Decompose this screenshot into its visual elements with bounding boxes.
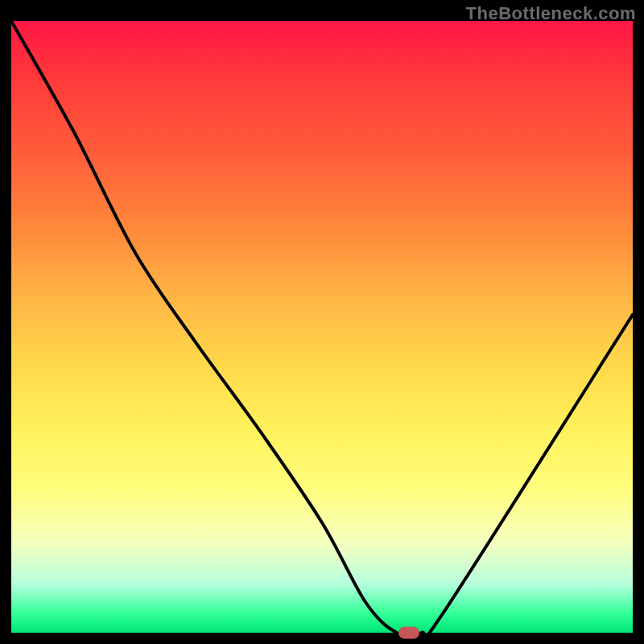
optimum-marker [398,627,419,639]
bottleneck-curve [11,21,633,633]
plot-area [11,21,633,633]
app-frame: TheBottleneck.com [0,0,644,644]
